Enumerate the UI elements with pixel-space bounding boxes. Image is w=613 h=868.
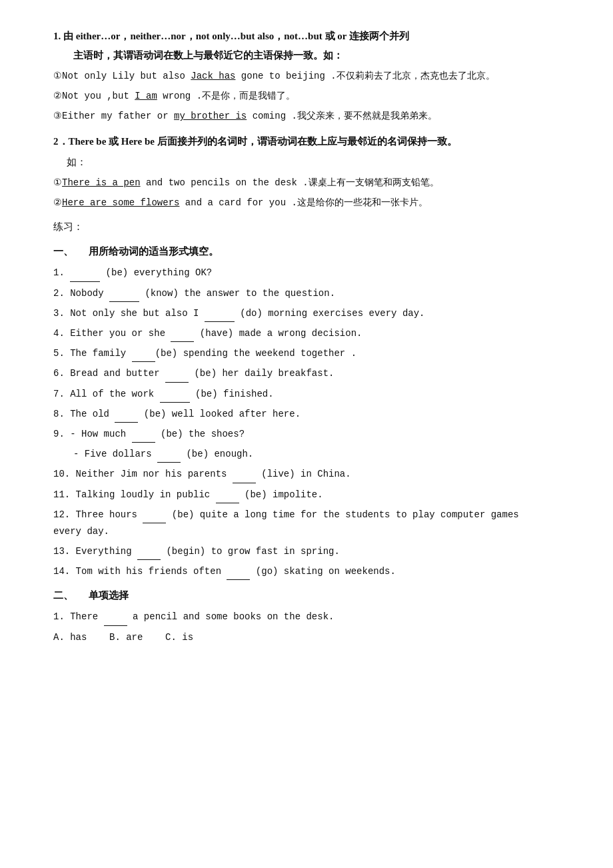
rule-1-section: 1. 由 either…or，neither…nor，not only…but … xyxy=(53,27,573,125)
example-1-2: ②Not you ,but I am wrong .不是你，而是我错了。 xyxy=(53,87,573,105)
rule-2-title: 2．There be 或 Here be 后面接并列的名词时，谓语动词在数上应与… xyxy=(53,132,573,151)
ex1-item-9a: 9. - How much (be) the shoes? xyxy=(53,426,573,443)
ex1-item-14: 14. Tom with his friends often (go) skat… xyxy=(53,563,573,580)
exercise-section-1: 一、 用所给动词的适当形式填空。 1. (be) everything OK? … xyxy=(53,243,573,580)
exercise-section-2: 二、 单项选择 1. There a pencil and some books… xyxy=(53,587,573,645)
rule-2-section: 2．There be 或 Here be 后面接并列的名词时，谓语动词在数上应与… xyxy=(53,132,573,212)
example-2-1: ①There is a pen and two pencils on the d… xyxy=(53,174,573,191)
ex1-item-2: 2. Nobody (know) the answer to the quest… xyxy=(53,285,573,302)
ex1-item-6: 6. Bread and butter (be) her daily break… xyxy=(53,365,573,382)
rule-1-title: 1. 由 either…or，neither…nor，not only…but … xyxy=(53,27,573,65)
ex1-item-11: 11. Talking loudly in public (be) impoli… xyxy=(53,487,573,503)
rule-2-subtitle: 如： xyxy=(67,153,573,171)
ex1-item-8: 8. The old (be) well looked after here. xyxy=(53,406,573,423)
ex1-item-7: 7. All of the work (be) finished. xyxy=(53,386,573,403)
example-1-1: ①Not only Lily but also Jack has gone to… xyxy=(53,67,573,85)
ex1-item-4: 4. Either you or she (have) made a wrong… xyxy=(53,325,573,342)
ex2-item-1: 1. There a pencil and some books on the … xyxy=(53,609,573,625)
example-1-3: ③Either my father or my brother is comin… xyxy=(53,107,573,125)
example-2-2: ②Here are some flowers and a card for yo… xyxy=(53,194,573,211)
exercises-header: 练习： xyxy=(53,218,573,236)
ex1-item-3: 3. Not only she but also I (do) morning … xyxy=(53,305,573,322)
ex1-item-1: 1. (be) everything OK? xyxy=(53,265,573,281)
ex2-item-1-options: A. has B. are C. is xyxy=(53,629,573,646)
ex1-item-12: 12. Three hours (be) quite a long time f… xyxy=(53,507,573,540)
ex1-item-9b: - Five dollars (be) enough. xyxy=(73,446,573,463)
ex1-item-13: 13. Everything (begin) to grow fast in s… xyxy=(53,543,573,560)
ex1-item-5: 5. The family (be) spending the weekend … xyxy=(53,345,573,362)
section2-title: 二、 单项选择 xyxy=(53,587,573,605)
section1-title: 一、 用所给动词的适当形式填空。 xyxy=(53,243,573,261)
ex1-item-10: 10. Neither Jim nor his parents (live) i… xyxy=(53,466,573,483)
